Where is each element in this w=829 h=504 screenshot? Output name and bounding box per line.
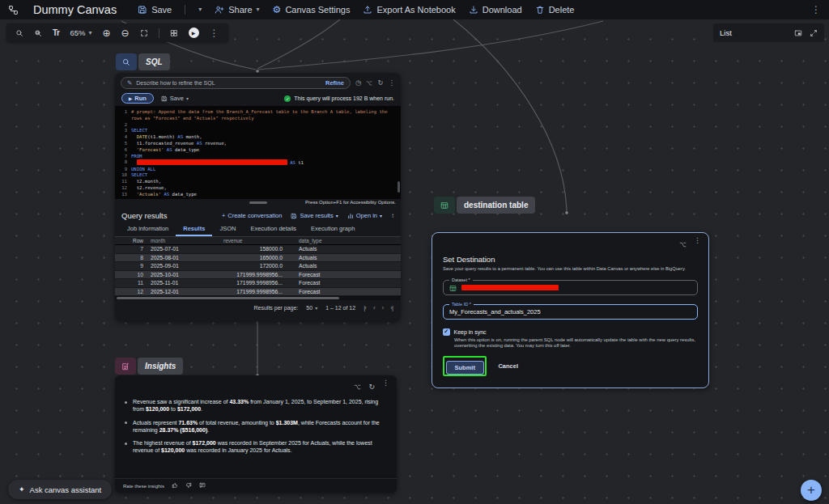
insights-node-label: Insights: [138, 358, 183, 375]
refine-prompt-input[interactable]: ✎ Describe how to refine the SQL Refine: [121, 77, 351, 89]
prev-page-icon[interactable]: ‹: [373, 304, 375, 311]
canvas-settings-button[interactable]: ⚙ Canvas Settings: [273, 5, 351, 15]
grid-view-icon[interactable]: [170, 29, 178, 37]
branch-icon[interactable]: [366, 80, 372, 87]
table-row[interactable]: 122025-12-01171999.9998956...Forecast: [115, 288, 401, 297]
open-in-button[interactable]: Open in ▾: [347, 212, 382, 219]
save-query-caret-icon: ▾: [186, 96, 189, 101]
add-node-fab[interactable]: +: [801, 480, 822, 501]
canvas-area[interactable]: Tr 65% ▾ ⊕ ⊖ ▶ ⋮ List SQL: [0, 19, 829, 504]
tab-json[interactable]: JSON: [212, 222, 243, 236]
node-menu-icon[interactable]: ⋮: [382, 379, 389, 394]
download-button[interactable]: Download: [469, 5, 522, 15]
refine-prompt-placeholder: Describe how to refine the SQL: [136, 80, 321, 86]
zoom-caret-icon: ▾: [88, 30, 91, 36]
table-row[interactable]: 112025-11-01171999.9998956...Forecast: [115, 279, 401, 288]
query-toolbar: ▶ Run Save ▾ ✓ This query will process 1…: [115, 91, 401, 106]
last-page-icon[interactable]: ›|: [390, 304, 393, 311]
insights-node-card: ↻ ⋮ Revenue saw a significant increase o…: [115, 375, 397, 493]
branch-icon[interactable]: [679, 237, 687, 252]
divider: [159, 28, 159, 38]
fit-screen-icon[interactable]: [140, 29, 148, 37]
first-page-icon[interactable]: |‹: [363, 304, 366, 311]
tab-execution-graph[interactable]: Execution graph: [304, 222, 362, 236]
destination-node-card: ⋮ Set Destination Save your query result…: [432, 232, 709, 388]
results-table-body: 72025-07-01158000.0Actuals82025-08-01165…: [115, 245, 401, 296]
zoom-level-select[interactable]: 65% ▾: [70, 28, 91, 37]
save-button[interactable]: Save: [138, 5, 172, 15]
column-header[interactable]: data_type: [289, 238, 401, 244]
insight-item: Revenue saw a significant increase of 43…: [125, 398, 387, 413]
create-conversation-button[interactable]: + Create conversation: [222, 212, 283, 219]
pip-icon[interactable]: [794, 26, 802, 40]
ask-canvas-assistant-button[interactable]: ✦ Ask canvas assistant: [8, 480, 112, 499]
editor-scrollbar[interactable]: [397, 181, 400, 193]
refresh-icon[interactable]: ↻: [377, 79, 383, 87]
tab-execution-details[interactable]: Execution details: [243, 222, 304, 236]
hscroll-thumb[interactable]: [117, 297, 339, 299]
run-button[interactable]: ▶ Run: [121, 93, 154, 104]
feedback-icon[interactable]: [199, 482, 206, 489]
zoom-out-icon[interactable]: ⊖: [121, 28, 130, 38]
sql-editor[interactable]: 1# prompt: Append the data from the Bran…: [115, 106, 401, 199]
zoom-selection-icon[interactable]: [34, 29, 42, 37]
refresh-icon[interactable]: ↻: [368, 379, 375, 394]
run-all-icon[interactable]: ▶: [189, 28, 199, 38]
resize-handle[interactable]: [249, 201, 267, 204]
column-header[interactable]: Row: [115, 238, 149, 244]
keep-in-sync-checkbox[interactable]: ✓: [443, 328, 450, 336]
tab-job-information[interactable]: Job information: [120, 222, 176, 236]
destination-node-badge[interactable]: destination table: [434, 197, 535, 214]
divider: [185, 5, 185, 15]
history-icon[interactable]: ◷: [355, 79, 361, 87]
export-as-notebook-button[interactable]: Export As Notebook: [363, 5, 455, 15]
person-add-icon: [215, 5, 224, 15]
submit-button[interactable]: Submit: [446, 361, 484, 375]
per-page-select[interactable]: 50 ▾: [306, 305, 317, 311]
page-range: 1 – 12 of 12: [325, 305, 355, 311]
column-header[interactable]: revenue: [212, 238, 289, 244]
insights-node-badge[interactable]: Insights: [115, 358, 183, 375]
node-menu-icon[interactable]: ⋮: [694, 237, 701, 252]
table-row[interactable]: 92025-09-01172000.0Actuals: [115, 262, 401, 271]
thumb-up-icon[interactable]: [172, 482, 178, 489]
table-id-value: My_Forecasts_and_actuals_2025: [449, 308, 541, 316]
search-icon[interactable]: [15, 29, 23, 37]
table-row[interactable]: 72025-07-01158000.0Actuals: [115, 245, 401, 254]
overflow-menu-icon[interactable]: ⋮: [811, 5, 821, 15]
refine-prompt-row: ✎ Describe how to refine the SQL Refine …: [115, 73, 401, 91]
thumb-down-icon[interactable]: [185, 482, 192, 489]
code-line: 13 'Actuals' AS data_type: [115, 192, 401, 198]
open-in-caret-icon: ▾: [380, 214, 382, 218]
cancel-button[interactable]: Cancel: [498, 362, 518, 370]
submit-highlight-box: Submit: [443, 356, 487, 376]
query-results-title: Query results: [121, 211, 168, 220]
table-row[interactable]: 102025-10-01171999.9998956...Forecast: [115, 271, 401, 280]
unfold-results-icon[interactable]: ↕: [391, 212, 394, 219]
text-tool-button[interactable]: Tr: [53, 28, 59, 37]
gear-icon: ⚙: [273, 5, 282, 15]
save-menu-caret[interactable]: ▾: [198, 6, 202, 13]
refine-button[interactable]: Refine: [325, 79, 344, 87]
next-page-icon[interactable]: ›: [382, 304, 384, 311]
bigquery-data-canvas: Dummy Canvas Save ▾ Share ▾ ⚙ Canvas Set…: [0, 0, 829, 504]
dataset-field[interactable]: Dataset *: [443, 280, 698, 295]
set-destination-description: Save your query results to a permanent t…: [443, 266, 698, 271]
zoom-in-icon[interactable]: ⊕: [102, 28, 110, 38]
table-row[interactable]: 82025-08-01165000.0Actuals: [115, 254, 401, 263]
code-line: 3SELECT: [115, 128, 401, 134]
toolbar-overflow-icon[interactable]: ⋮: [210, 28, 219, 38]
save-query-button[interactable]: Save ▾: [161, 95, 189, 102]
trash-icon: [535, 5, 545, 15]
node-menu-icon[interactable]: ⋮: [389, 79, 396, 87]
expand-icon[interactable]: [810, 26, 818, 40]
share-button[interactable]: Share ▾: [215, 5, 259, 15]
sql-node-badge[interactable]: SQL: [116, 53, 170, 70]
table-id-field[interactable]: Table ID * My_Forecasts_and_actuals_2025: [443, 304, 698, 320]
keep-in-sync-label: Keep in sync: [454, 329, 487, 335]
tab-results[interactable]: Results: [176, 222, 212, 236]
branch-icon[interactable]: [354, 379, 361, 394]
save-results-button[interactable]: Save results ▾: [291, 212, 338, 219]
column-header[interactable]: month: [149, 238, 212, 244]
delete-button[interactable]: Delete: [535, 5, 575, 15]
